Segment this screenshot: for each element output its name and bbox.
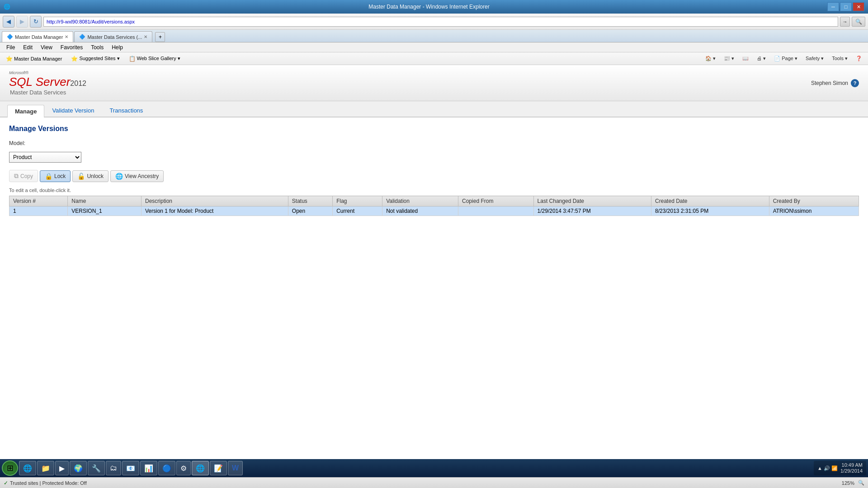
safety-button[interactable]: Safety ▾ (802, 52, 827, 65)
fav-webslice-label: Web Slice Gallery ▾ (137, 56, 180, 61)
print-button[interactable]: 🖨 ▾ (754, 52, 769, 65)
taskbar-app-8[interactable]: 📊 (140, 461, 157, 475)
cell-created-by: ATRION\ssimon (769, 206, 859, 216)
col-version-num: Version # (9, 196, 68, 206)
model-select[interactable]: Product Customer Account (9, 152, 81, 163)
lock-label: Lock (54, 173, 66, 179)
refresh-button[interactable]: ↻ (30, 16, 42, 28)
col-name: Name (68, 196, 142, 206)
taskbar-app-11[interactable]: 📝 (210, 461, 227, 475)
systray-time: 10:49 AM (842, 462, 863, 468)
col-flag: Flag (333, 196, 382, 206)
forward-button[interactable]: ▶ (16, 16, 28, 28)
systray: ▲ 🔊 📶 10:49 AM 1/29/2014 (814, 461, 866, 475)
help-icon[interactable]: ? (851, 79, 859, 87)
fav-suggested-label: Suggested Sites ▾ (79, 56, 119, 61)
page-button[interactable]: 📄 Page ▾ (771, 52, 801, 65)
tab-close-button[interactable]: ✕ (65, 34, 68, 39)
taskbar-ie-active[interactable]: 🌐 (192, 461, 209, 475)
taskbar-icon-5: 🔧 (92, 464, 101, 473)
close-button[interactable]: ✕ (853, 2, 864, 11)
back-button[interactable]: ◀ (3, 16, 14, 28)
check-icon: ✓ (4, 480, 8, 486)
taskbar-app-4[interactable]: 🌍 (70, 461, 87, 475)
col-status: Status (288, 196, 332, 206)
taskbar-app-7[interactable]: 📧 (122, 461, 139, 475)
trusted-sites-text: Trusted sites | Protected Mode: Off (10, 480, 87, 486)
menu-view[interactable]: View (37, 43, 56, 52)
start-button[interactable]: ⊞ (2, 460, 18, 476)
tab-favicon: 🔷 (7, 34, 13, 40)
go-button[interactable]: → (840, 17, 850, 27)
status-left: ✓ Trusted sites | Protected Mode: Off (4, 480, 87, 486)
taskbar-icon-8: 📊 (144, 464, 153, 473)
status-right: 125% 🔍 (842, 480, 864, 486)
col-created-by: Created By (769, 196, 859, 206)
taskbar-icon-3: ▶ (59, 464, 65, 473)
taskbar-app-9[interactable]: 🔵 (158, 461, 175, 475)
taskbar-app-2[interactable]: 📁 (37, 461, 54, 475)
col-copied-from: Copied From (458, 196, 534, 206)
menu-edit[interactable]: Edit (19, 43, 36, 52)
search-button[interactable]: 🔍 (852, 17, 865, 27)
tab-label: Master Data Manager (15, 34, 63, 40)
logo: Microsoft® SQL Server 2012 Master Data S… (9, 70, 86, 96)
fav-suggested-sites[interactable]: ⭐ Suggested Sites ▾ (68, 54, 123, 63)
user-info: Stephen Simon ? (811, 79, 859, 87)
table-row[interactable]: 1 VERSION_1 Version 1 for Model: Product… (9, 206, 859, 216)
menu-file[interactable]: File (3, 43, 19, 52)
unlock-button[interactable]: 🔓 Unlock (72, 170, 108, 182)
tab-validate-version[interactable]: Validate Version (44, 104, 102, 117)
view-ancestry-label: View Ancestry (125, 173, 159, 179)
model-label: Model: (9, 140, 25, 146)
taskbar-app-5[interactable]: 🔧 (88, 461, 105, 475)
fav-star-icon: ⭐ (6, 56, 13, 62)
minimize-button[interactable]: ─ (827, 2, 839, 11)
taskbar-word[interactable]: W (228, 461, 243, 475)
favorites-bar: ⭐ Master Data Manager ⭐ Suggested Sites … (0, 52, 868, 65)
tabs-bar: 🔷 Master Data Manager ✕ 🔷 Master Data Se… (0, 30, 868, 42)
tab-transactions[interactable]: Transactions (102, 104, 151, 117)
tab-manage[interactable]: Manage (7, 105, 44, 117)
cell-created-date: 8/23/2013 2:31:05 PM (651, 206, 769, 216)
unlock-icon: 🔓 (77, 173, 85, 180)
fav-master-data-manager[interactable]: ⭐ Master Data Manager (3, 54, 65, 63)
feeds-button[interactable]: 📰 ▾ (721, 52, 737, 65)
home-button[interactable]: 🏠 ▾ (702, 52, 719, 65)
view-ancestry-button[interactable]: 🌐 View Ancestry (110, 170, 164, 182)
page-title: Manage Versions (9, 125, 859, 133)
fav-web-slice-gallery[interactable]: 📋 Web Slice Gallery ▾ (126, 54, 184, 63)
menu-help[interactable]: Help (108, 43, 127, 52)
menu-tools[interactable]: Tools (87, 43, 107, 52)
sql-logo: SQL Server 2012 (9, 75, 86, 89)
menu-favorites[interactable]: Favorites (57, 43, 86, 52)
read-button[interactable]: 📖 (739, 52, 752, 65)
taskbar-app-6[interactable]: 🗂 (106, 461, 121, 475)
window-controls[interactable]: ─ □ ✕ (827, 2, 864, 11)
url-input[interactable]: http://r9-wxl90:8081/Audit/versions.aspx (43, 17, 838, 27)
taskbar-app-10[interactable]: ⚙ (176, 461, 191, 475)
copy-button[interactable]: ⧉ Copy (9, 170, 38, 182)
systray-date: 1/29/2014 (840, 468, 863, 474)
lock-button[interactable]: 🔒 Lock (40, 170, 71, 182)
tab-master-data-manager[interactable]: 🔷 Master Data Manager ✕ (2, 31, 73, 42)
new-tab-button[interactable]: + (155, 32, 165, 42)
cell-status: Open (288, 206, 332, 216)
taskbar-icon-11: 📝 (214, 464, 223, 473)
tab-master-data-services[interactable]: 🔷 Master Data Services (... ✕ (74, 31, 152, 42)
help-button[interactable]: ❓ (853, 52, 865, 65)
copy-icon: ⧉ (14, 172, 19, 180)
tab-label-2: Master Data Services (... (87, 34, 142, 40)
tools-button[interactable]: Tools ▾ (829, 52, 851, 65)
page-content: Manage Versions Model: Product Customer … (0, 117, 868, 223)
hint-text: To edit a cell, double-click it. (9, 188, 859, 193)
taskbar-icon-4: 🌍 (74, 464, 83, 473)
taskbar-ie-icon: 🌐 (196, 464, 205, 473)
maximize-button[interactable]: □ (840, 2, 852, 11)
cell-flag: Current (333, 206, 382, 216)
taskbar-app-1[interactable]: 🌐 (19, 461, 36, 475)
mds-text: Master Data Services (9, 89, 86, 96)
versions-table: Version # Name Description Status Flag V… (9, 196, 859, 216)
tab-close-button-2[interactable]: ✕ (144, 34, 147, 39)
taskbar-app-3[interactable]: ▶ (55, 461, 69, 475)
